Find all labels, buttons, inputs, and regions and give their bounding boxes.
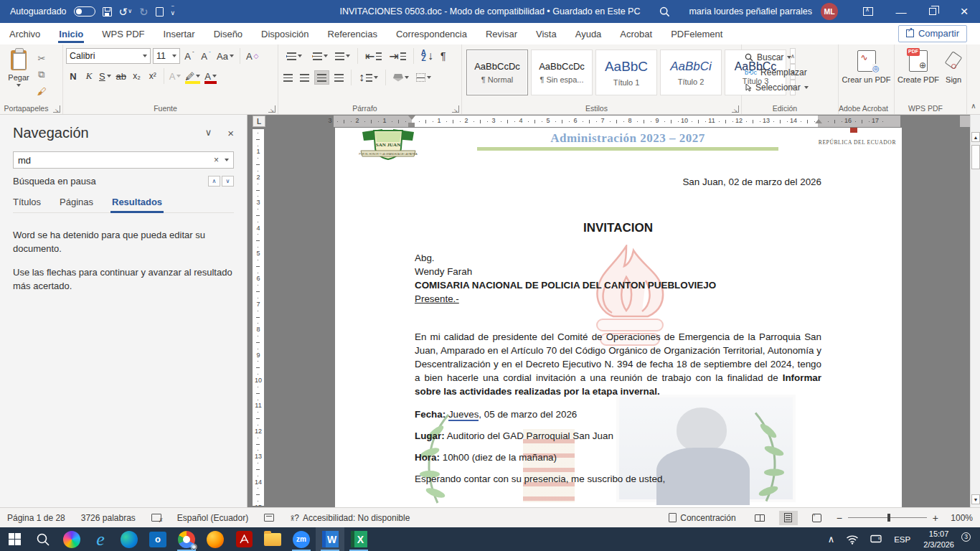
tab-diseno[interactable]: Diseño — [204, 23, 252, 44]
tab-insertar[interactable]: Insertar — [154, 23, 204, 44]
previous-result-button[interactable]: ∧ — [208, 176, 220, 187]
decrease-indent-button[interactable]: ⇤ — [363, 49, 384, 63]
clock[interactable]: 15:07 2/3/2026 — [917, 529, 961, 550]
print-layout-icon[interactable] — [779, 511, 798, 525]
web-layout-icon[interactable] — [808, 511, 826, 525]
language-tray[interactable]: ESP — [887, 535, 917, 544]
nav-tab-resultados[interactable]: Resultados — [112, 197, 162, 207]
wps-create-pdf-button[interactable]: Create PDF — [897, 48, 939, 103]
multilevel-list-button[interactable] — [333, 49, 352, 63]
taskbar-search-icon[interactable] — [29, 527, 57, 551]
tab-referencias[interactable]: Referencias — [319, 23, 387, 44]
undo-icon[interactable]: ↺∨ — [119, 6, 132, 17]
clipboard-dialog-launcher[interactable] — [53, 105, 60, 113]
font-size-combo[interactable]: 11 — [153, 48, 180, 64]
align-right-button[interactable] — [314, 70, 329, 85]
zoom-in-icon[interactable]: + — [933, 512, 938, 524]
zoom-slider[interactable]: − + — [837, 512, 938, 524]
user-name[interactable]: maria lourdes peñafiel parrales — [689, 6, 812, 17]
tab-correspondencia[interactable]: Correspondencia — [387, 23, 476, 44]
indent-marker-right[interactable] — [815, 119, 822, 126]
page-indicator[interactable]: Página 1 de 28 — [7, 513, 65, 523]
indent-marker-left[interactable] — [408, 116, 415, 127]
cast-icon[interactable]: ¤ — [864, 534, 887, 544]
collapse-ribbon-icon[interactable]: ∧ — [967, 44, 980, 114]
minimize-button[interactable]: — — [885, 0, 917, 23]
tab-vista[interactable]: Vista — [527, 23, 566, 44]
line-spacing-button[interactable]: ↕ — [357, 70, 380, 85]
chrome-icon[interactable] — [172, 527, 201, 551]
tab-disposicion[interactable]: Disposición — [252, 23, 318, 44]
styles-dialog-launcher[interactable] — [732, 105, 739, 113]
ribbon-display-options-icon[interactable] — [854, 0, 885, 23]
superscript-button[interactable]: x² — [146, 68, 160, 84]
bullets-button[interactable] — [281, 49, 304, 63]
tab-pdfelement[interactable]: PDFelement — [661, 23, 732, 44]
read-mode-icon[interactable] — [750, 511, 769, 525]
start-button[interactable] — [0, 527, 29, 551]
clear-formatting-button[interactable]: A◇ — [245, 48, 260, 64]
shrink-font-button[interactable]: Aˇ — [199, 48, 213, 64]
scroll-up-icon[interactable]: ▲ — [971, 132, 980, 142]
focus-mode-button[interactable]: Concentración — [669, 513, 735, 523]
find-button[interactable]: Buscar — [745, 50, 835, 65]
strikethrough-button[interactable]: ab — [114, 68, 128, 84]
paragraph-dialog-launcher[interactable] — [452, 105, 459, 113]
justify-button[interactable] — [332, 70, 346, 85]
highlight-button[interactable]: 🖉 — [184, 68, 202, 84]
font-dialog-launcher[interactable] — [268, 105, 275, 113]
navigation-search-input[interactable]: md × — [13, 151, 234, 169]
format-painter-icon[interactable]: 🖌 — [34, 85, 49, 98]
select-button[interactable]: Seleccionar — [745, 80, 835, 95]
cut-icon[interactable]: ✂ — [34, 52, 49, 65]
style-sin-espaciado[interactable]: AaBbCcDc ¶ Sin espa... — [531, 50, 593, 95]
search-clear-icon[interactable]: × — [214, 155, 219, 165]
proofing-icon[interactable] — [151, 514, 161, 522]
italic-button[interactable]: K — [82, 68, 96, 84]
preferences-icon[interactable] — [264, 514, 274, 522]
zoom-level[interactable]: 100% — [948, 513, 973, 523]
search-options-chevron-icon[interactable] — [225, 159, 229, 161]
tab-ayuda[interactable]: Ayuda — [566, 23, 611, 44]
acrobat-icon[interactable] — [230, 527, 258, 551]
word-icon[interactable]: W — [316, 527, 344, 551]
nav-tab-paginas[interactable]: Páginas — [60, 197, 93, 207]
font-name-combo[interactable]: Calibri — [66, 48, 151, 64]
borders-button[interactable] — [414, 70, 433, 85]
firefox-icon[interactable] — [201, 527, 230, 551]
close-button[interactable]: × — [948, 0, 980, 23]
subscript-button[interactable]: x₂ — [130, 68, 144, 84]
tab-wps-pdf[interactable]: WPS PDF — [93, 23, 154, 44]
zoom-icon[interactable]: zm — [287, 527, 316, 551]
zoom-out-icon[interactable]: − — [837, 512, 842, 524]
scroll-down-icon[interactable]: ▼ — [971, 494, 980, 504]
copy-icon[interactable]: ⧉ — [34, 68, 49, 81]
sort-button[interactable]: AZ↓ — [419, 49, 435, 63]
share-button[interactable]: Compartir — [898, 25, 967, 42]
zoom-slider-thumb[interactable] — [887, 514, 890, 522]
navigation-close-icon[interactable]: × — [227, 127, 234, 139]
accessibility-status[interactable]: 🯅?Accesibilidad: No disponible — [290, 513, 410, 523]
save-icon[interactable] — [103, 7, 112, 17]
paste-button[interactable]: Pegar — [3, 48, 34, 103]
create-pdf-acrobat-button[interactable]: Crear un PDF — [842, 48, 891, 85]
numbering-button[interactable] — [307, 49, 330, 63]
file-explorer-icon[interactable] — [258, 527, 287, 551]
horizontal-ruler[interactable]: 32112345678910111213141617 — [267, 116, 970, 127]
bold-button[interactable]: N — [66, 68, 80, 84]
font-color-button[interactable]: A — [203, 68, 218, 84]
change-case-button[interactable]: Aa — [215, 48, 235, 64]
copilot-icon[interactable] — [57, 527, 86, 551]
tab-revisar[interactable]: Revisar — [476, 23, 527, 44]
nav-tab-titulos[interactable]: Títulos — [13, 197, 41, 207]
tab-acrobat[interactable]: Acrobat — [611, 23, 661, 44]
style-titulo-2[interactable]: AaBbCi Título 2 — [660, 50, 722, 95]
underline-button[interactable]: S — [98, 68, 113, 84]
internet-explorer-icon[interactable]: e — [86, 527, 115, 551]
hidden-icons-chevron[interactable]: ∧ — [822, 534, 841, 545]
excel-icon[interactable]: X — [344, 527, 373, 551]
style-titulo-1[interactable]: AaBbC Título 1 — [595, 50, 657, 95]
scrollbar-thumb[interactable] — [971, 145, 980, 169]
show-marks-button[interactable]: ¶ — [438, 49, 448, 63]
shading-button[interactable] — [391, 70, 411, 85]
